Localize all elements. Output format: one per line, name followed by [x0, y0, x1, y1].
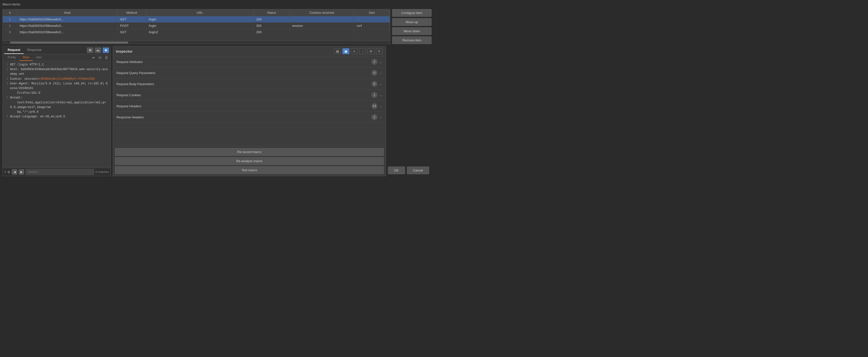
- col-cookies-received: Cookies received: [289, 9, 354, 16]
- cookies-chevron: ⌄: [379, 93, 382, 97]
- search-prev-button[interactable]: ◀: [12, 169, 17, 175]
- col-deri: Deri: [354, 9, 390, 16]
- configure-item-button[interactable]: Configure item: [392, 9, 432, 17]
- inspector-title: Inspector: [116, 49, 133, 54]
- inspector-row-response-headers[interactable]: Response Headers 2 ⌄: [113, 112, 386, 123]
- tab-request[interactable]: Request: [4, 46, 24, 54]
- move-up-button[interactable]: Move up: [392, 18, 432, 26]
- body-params-badge: 0: [371, 81, 377, 87]
- remove-item-button[interactable]: Remove item: [392, 36, 432, 44]
- response-headers-badge: 2: [371, 114, 377, 120]
- cookies-badge: 1: [371, 92, 377, 98]
- table-row[interactable]: 3 https://0a83003c039beea6c0... GET /log…: [3, 29, 390, 35]
- col-status: Status: [253, 9, 289, 16]
- cancel-button[interactable]: Cancel: [407, 167, 429, 174]
- view-list-btn[interactable]: ▬: [95, 47, 101, 53]
- attributes-chevron: ⌄: [379, 60, 382, 64]
- response-headers-chevron: ⌄: [379, 115, 382, 119]
- inspector-filter-btn[interactable]: ⁚: [359, 48, 366, 54]
- view-split-btn[interactable]: ▦: [87, 47, 93, 53]
- inspector-full-btn[interactable]: ▣: [342, 48, 349, 54]
- query-params-chevron: ⌄: [379, 71, 382, 75]
- code-area: 1 GET /login HTTP/1.1 2 Host: 0a83003c03…: [3, 61, 111, 168]
- re-analyze-macro-button[interactable]: Re-analyze macro: [115, 157, 384, 165]
- view-full-btn[interactable]: ▣: [103, 47, 109, 53]
- inspector-split-btn[interactable]: ▦: [334, 48, 341, 54]
- macro-label: Macro items:: [2, 2, 432, 6]
- newline-icon[interactable]: \n: [97, 55, 102, 60]
- help-icon[interactable]: ?: [4, 170, 6, 174]
- headers-chevron: ⌄: [379, 104, 382, 108]
- inspector-row-cookies[interactable]: Request Cookies 1 ⌄: [113, 90, 386, 101]
- menu-icon[interactable]: ☰: [104, 55, 109, 60]
- inspector-row-query-params[interactable]: Request Query Parameters 0 ⌄: [113, 67, 386, 78]
- sub-tab-raw[interactable]: Raw: [20, 54, 33, 61]
- search-settings-icon[interactable]: ⚙: [7, 170, 10, 174]
- wrap-icon[interactable]: ⇌: [91, 55, 96, 60]
- search-matches: 0 matches: [95, 170, 109, 174]
- sub-tab-pretty[interactable]: Pretty: [4, 54, 20, 61]
- inspector-settings-btn[interactable]: ⚙: [368, 48, 374, 54]
- headers-badge: 14: [371, 103, 377, 109]
- col-num: #: [3, 9, 17, 16]
- sub-tab-hex[interactable]: Hex: [33, 54, 45, 61]
- col-url: URL: [146, 9, 253, 16]
- test-macro-button[interactable]: Test macro: [115, 166, 384, 174]
- query-params-badge: 0: [371, 70, 377, 76]
- tab-response[interactable]: Response: [24, 46, 45, 54]
- col-method: Method: [117, 9, 146, 16]
- body-params-chevron: ⌄: [379, 82, 382, 86]
- search-input[interactable]: [26, 169, 94, 175]
- search-next-button[interactable]: ▶: [19, 169, 24, 175]
- col-host: Host: [17, 9, 117, 16]
- inspector-row-attributes[interactable]: Request Attributes 2 ⌄: [113, 56, 386, 67]
- ok-button[interactable]: OK: [388, 167, 405, 174]
- inspector-row-headers[interactable]: Request Headers 14 ⌄: [113, 101, 386, 112]
- table-row[interactable]: 1 https://0a83003c039beea6c0... GET /log…: [3, 16, 390, 23]
- table-row[interactable]: 2 https://0a83003c039beea6c0... POST /lo…: [3, 23, 390, 29]
- re-record-macro-button[interactable]: Re-record macro: [115, 148, 384, 156]
- inspector-row-body-params[interactable]: Request Body Parameters 0 ⌄: [113, 78, 386, 90]
- inspector-close-btn[interactable]: ✕: [376, 48, 383, 54]
- move-down-button[interactable]: Move down: [392, 27, 432, 35]
- inspector-sort-btn[interactable]: ≡: [351, 48, 358, 54]
- attributes-badge: 2: [371, 59, 377, 65]
